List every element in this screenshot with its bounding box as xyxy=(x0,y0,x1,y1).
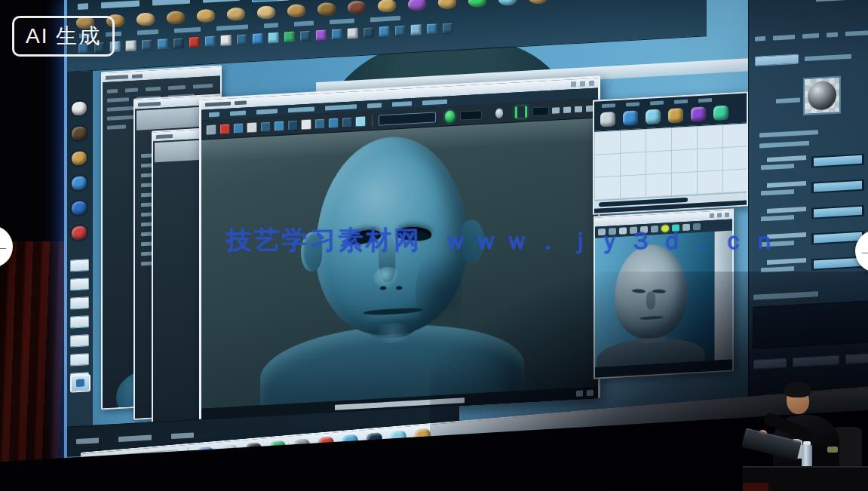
tool-icon-15[interactable] xyxy=(315,29,327,41)
side-tool-icon-1[interactable] xyxy=(72,126,87,140)
tool-icon-16[interactable] xyxy=(331,28,342,40)
tool-icon-14[interactable] xyxy=(299,30,311,42)
render-menu-item-0[interactable] xyxy=(209,112,219,117)
render-viewport[interactable] xyxy=(201,118,598,408)
render-tool-icon-6[interactable] xyxy=(287,119,298,130)
preview-side-scroll-strip[interactable] xyxy=(714,230,732,360)
preview-tool-chip-8[interactable] xyxy=(682,224,690,232)
tool-icon-7[interactable] xyxy=(189,36,200,48)
primitive-icon-5[interactable] xyxy=(227,8,245,21)
window-maximize-icon[interactable] xyxy=(580,81,585,86)
schematic-tool-icon-3[interactable] xyxy=(668,108,683,123)
schematic-tool-icon-2[interactable] xyxy=(646,109,661,124)
panel-button-0[interactable] xyxy=(753,358,787,369)
primitive-icon-4[interactable] xyxy=(197,9,215,23)
tool-icon-9[interactable] xyxy=(220,35,232,47)
schematic-menu-item-4[interactable] xyxy=(698,98,712,103)
render-menu-item-1[interactable] xyxy=(230,111,246,116)
window-close-icon[interactable] xyxy=(589,81,594,86)
panel-button-2[interactable] xyxy=(845,353,868,364)
side-tool-button-1[interactable] xyxy=(70,278,89,290)
render-menu-item-4[interactable] xyxy=(325,104,357,110)
render-tool-icon-11[interactable] xyxy=(355,115,366,127)
schematic-tool-icon-1[interactable] xyxy=(623,110,638,125)
side-tool-button-0[interactable] xyxy=(70,259,89,272)
render-menu-item-5[interactable] xyxy=(367,103,382,108)
render-tool-icon-3[interactable] xyxy=(247,121,257,133)
tool-icon-23[interactable] xyxy=(442,22,453,34)
side-tool-icon-3[interactable] xyxy=(72,176,87,190)
preview-tool-chip-9[interactable] xyxy=(693,223,701,231)
tool-icon-20[interactable] xyxy=(394,25,406,37)
tool-icon-13[interactable] xyxy=(284,31,295,43)
side-tool-icon-4[interactable] xyxy=(72,201,87,215)
primitive-icon-10[interactable] xyxy=(378,0,396,13)
preview-tool-chip-1[interactable] xyxy=(609,228,616,235)
schematic-tool-icon-0[interactable] xyxy=(600,112,615,127)
side-tool-button-2[interactable] xyxy=(70,296,89,309)
scrollbar-thumb[interactable] xyxy=(599,198,688,207)
rollout-label-1[interactable] xyxy=(759,130,818,137)
render-tool-icon-7[interactable] xyxy=(301,118,311,130)
primitive-icon-8[interactable] xyxy=(317,2,336,16)
render-menu-item-2[interactable] xyxy=(256,109,278,115)
primitive-icon-2[interactable] xyxy=(136,12,155,26)
schematic-menu-item-0[interactable] xyxy=(602,103,615,108)
window-maximize-icon[interactable] xyxy=(717,213,722,217)
primitive-icon-7[interactable] xyxy=(287,4,305,17)
render-menu-item-6[interactable] xyxy=(392,101,412,106)
toolbar-chip[interactable] xyxy=(552,107,560,114)
schematic-grid-viewport[interactable] xyxy=(594,122,747,200)
tool-icon-11[interactable] xyxy=(252,32,263,44)
side-tool-icon-0[interactable] xyxy=(72,101,87,115)
render-preset-field[interactable] xyxy=(379,112,436,125)
preview-tool-chip-6[interactable] xyxy=(661,225,669,232)
parameter-row-0[interactable] xyxy=(753,149,868,177)
schematic-tool-icon-4[interactable] xyxy=(691,106,706,121)
menu-item-1[interactable] xyxy=(101,0,140,8)
tool-icon-17[interactable] xyxy=(347,27,358,39)
render-tool-icon-9[interactable] xyxy=(328,117,339,128)
render-menu-item-3[interactable] xyxy=(288,106,314,112)
preview-tool-chip-4[interactable] xyxy=(640,226,648,234)
schematic-menu-item-2[interactable] xyxy=(650,101,664,106)
render-tool-icon-5[interactable] xyxy=(274,120,284,131)
window-minimize-icon[interactable] xyxy=(571,81,576,87)
tool-icon-22[interactable] xyxy=(426,23,437,35)
parameter-row-1[interactable] xyxy=(753,175,868,203)
render-tool-icon-0[interactable] xyxy=(206,124,216,135)
tool-icon-5[interactable] xyxy=(157,38,168,50)
primitive-icon-6[interactable] xyxy=(257,5,275,19)
tool-icon-18[interactable] xyxy=(363,26,374,38)
tool-icon-8[interactable] xyxy=(204,35,216,48)
tool-icon-21[interactable] xyxy=(410,23,422,35)
tool-icon-12[interactable] xyxy=(268,32,279,44)
parameter-row-4[interactable] xyxy=(753,252,868,280)
parameter-row-3[interactable] xyxy=(753,226,868,254)
render-tool-icon-10[interactable] xyxy=(342,116,352,127)
preview-tool-chip-5[interactable] xyxy=(651,226,658,233)
schematic-window[interactable] xyxy=(593,91,748,215)
panel-button-1[interactable] xyxy=(793,355,839,367)
render-teapot-icon[interactable] xyxy=(445,110,455,123)
preview-tool-chip-7[interactable] xyxy=(672,224,679,232)
safe-frame-icon[interactable] xyxy=(515,106,527,118)
status-corner-icons[interactable] xyxy=(587,390,593,397)
maps-list-box[interactable] xyxy=(753,300,868,349)
render-window[interactable] xyxy=(199,75,600,421)
schematic-tool-icon-5[interactable] xyxy=(713,105,728,120)
preview-tool-chip-3[interactable] xyxy=(630,227,637,235)
render-tool-icon-4[interactable] xyxy=(260,121,271,132)
panel-menu-item-3[interactable] xyxy=(827,32,838,38)
toolbar-chip[interactable] xyxy=(575,106,582,112)
material-preview-sphere[interactable] xyxy=(803,75,841,115)
edge-panel-button[interactable] xyxy=(70,374,90,393)
panel-active-field[interactable] xyxy=(755,54,799,66)
render-menu-item-7[interactable] xyxy=(422,100,447,106)
render-tool-icon-8[interactable] xyxy=(314,118,325,129)
panel-menu-item-1[interactable] xyxy=(773,35,795,41)
side-tool-button-3[interactable] xyxy=(70,315,89,328)
panel-menu-item-0[interactable] xyxy=(755,36,765,41)
schematic-menu-item-1[interactable] xyxy=(626,102,639,106)
side-tool-icon-2[interactable] xyxy=(72,151,87,165)
